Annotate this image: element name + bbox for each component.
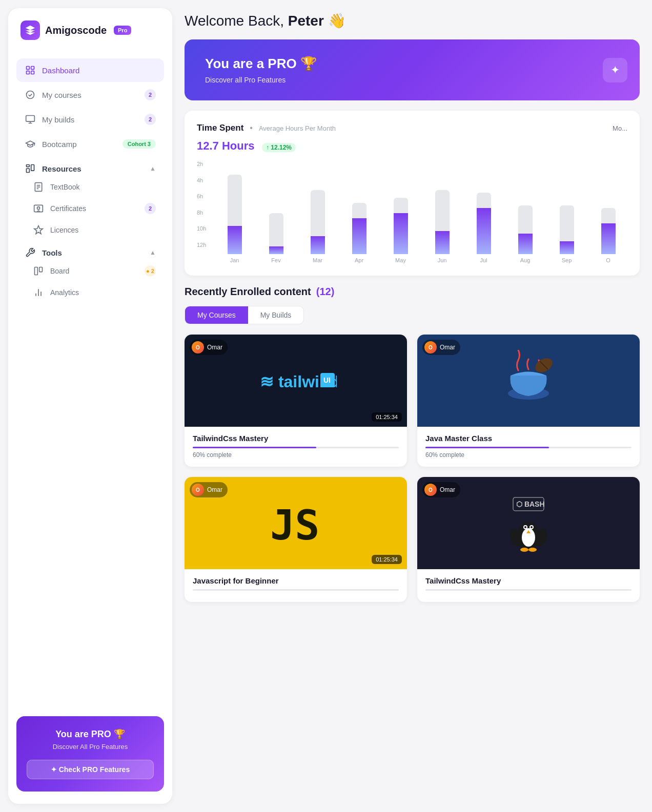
sidebar-item-licences[interactable]: Licences bbox=[25, 219, 164, 241]
tailwind-logo: ≋ tailwind UI bbox=[255, 368, 337, 393]
course-title-js: Javascript for Beginner bbox=[193, 576, 399, 585]
svg-text:UI: UI bbox=[323, 376, 331, 384]
cohort-badge: Cohort 3 bbox=[123, 139, 156, 149]
bar-purple-jul bbox=[477, 208, 491, 254]
pro-card-subtitle: Discover All Pro Features bbox=[27, 743, 154, 751]
check-pro-features-button[interactable]: ✦ Check PRO Features bbox=[27, 760, 154, 779]
sidebar-item-certificates[interactable]: Certificates 2 bbox=[25, 198, 164, 219]
welcome-name: Peter bbox=[288, 13, 324, 29]
svg-rect-5 bbox=[26, 116, 35, 122]
svg-rect-6 bbox=[27, 165, 30, 167]
chart-label-aug: Aug bbox=[520, 257, 531, 263]
course-card-js[interactable]: JS O Omar 01:25:34 Javascript for Beginn… bbox=[185, 477, 407, 602]
logo-container: Amigoscode Pro bbox=[16, 20, 164, 40]
svg-marker-15 bbox=[34, 226, 43, 234]
avatar-name-omar4: Omar bbox=[440, 486, 455, 493]
sidebar-item-textbook[interactable]: TextBook bbox=[25, 176, 164, 198]
chart-bar-jan: Jan bbox=[215, 175, 254, 263]
sidebar: Amigoscode Pro Dashboard My courses 2 My… bbox=[8, 8, 172, 804]
resources-icon bbox=[25, 163, 36, 174]
sidebar-item-my-courses[interactable]: My courses 2 bbox=[16, 83, 164, 107]
progress-bar-js bbox=[193, 589, 399, 591]
pro-banner-subtitle: Discover all Pro Features bbox=[205, 76, 619, 84]
bar-gray-jun bbox=[435, 190, 450, 231]
sidebar-label-dashboard: Dashboard bbox=[42, 66, 79, 75]
sidebar-item-bootcamp[interactable]: Bootcamp Cohort 3 bbox=[16, 132, 164, 156]
tab-my-builds[interactable]: My Builds bbox=[248, 306, 304, 324]
chart-bar-sep: Sep bbox=[547, 205, 586, 263]
avatar-name-omar3: Omar bbox=[207, 486, 222, 493]
welcome-emoji: 👋 bbox=[328, 13, 346, 29]
chart-label-oct: O bbox=[606, 257, 610, 263]
bar-gray-jul bbox=[477, 193, 491, 208]
pro-banner-icon: ✦ bbox=[603, 58, 627, 82]
bar-purple-apr bbox=[352, 218, 366, 254]
avatar-icon-omar3: O bbox=[192, 484, 204, 496]
cert-badge: 2 bbox=[145, 203, 156, 214]
pro-badge: Pro bbox=[114, 26, 131, 35]
svg-point-4 bbox=[27, 91, 34, 99]
course-thumb-bash: ⬡ BASH bbox=[417, 477, 640, 569]
chart-bar-may: May bbox=[381, 198, 420, 263]
progress-text-tailwind: 60% complete bbox=[193, 451, 399, 459]
course-card-tailwind[interactable]: ≋ tailwind UI O Omar 01:25:34 TailwindCs… bbox=[185, 335, 407, 467]
chart-label-jul: Jul bbox=[480, 257, 487, 263]
course-avatar-java: O Omar bbox=[422, 340, 460, 355]
bar-purple-oct bbox=[601, 223, 616, 254]
bar-purple-mar bbox=[311, 236, 325, 254]
chart-bar-jun: Jun bbox=[423, 190, 461, 263]
courses-icon bbox=[25, 89, 36, 100]
welcome-header: Welcome Back, Peter 👋 bbox=[185, 12, 640, 29]
sidebar-label-my-courses: My courses bbox=[42, 91, 82, 99]
java-logo-svg bbox=[493, 350, 564, 411]
bar-purple-fev bbox=[269, 246, 283, 254]
sidebar-item-board[interactable]: Board ● 2 bbox=[25, 260, 164, 282]
avatar-name-omar1: Omar bbox=[207, 344, 222, 351]
enrolled-count: (12) bbox=[316, 286, 335, 298]
sidebar-item-analytics[interactable]: Analytics bbox=[25, 282, 164, 303]
tools-label: Tools bbox=[42, 248, 62, 257]
time-subtitle: Average Hours Per Month bbox=[259, 124, 336, 132]
bar-gray-mar bbox=[311, 190, 325, 236]
time-value-row: 12.7 Hours ↑ 12.12% bbox=[197, 139, 627, 153]
time-spent-title: Time Spent bbox=[197, 123, 243, 133]
course-card-bash[interactable]: ⬡ BASH bbox=[417, 477, 640, 602]
chart-label-apr: Apr bbox=[355, 257, 363, 263]
chart-bar-aug: Aug bbox=[506, 205, 544, 263]
my-courses-badge: 2 bbox=[145, 89, 156, 100]
time-value: 12.7 Hours bbox=[197, 139, 255, 152]
course-card-java[interactable]: O Omar Java Master Class 60% complete bbox=[417, 335, 640, 467]
tools-chevron: ▲ bbox=[150, 249, 156, 256]
course-thumb-java: O Omar bbox=[417, 335, 640, 427]
course-info-java: Java Master Class 60% complete bbox=[417, 427, 640, 467]
cert-icon bbox=[33, 203, 44, 214]
progress-bar-bash bbox=[425, 589, 631, 591]
tab-my-courses[interactable]: My Courses bbox=[185, 306, 248, 324]
chart-y-labels: 12h 10h 8h 6h 4h 2h bbox=[197, 161, 213, 248]
time-dot: • bbox=[250, 123, 253, 133]
sidebar-item-my-builds[interactable]: My builds 2 bbox=[16, 108, 164, 131]
pro-banner-title: You are a PRO 🏆 bbox=[205, 56, 619, 72]
tools-section[interactable]: Tools ▲ bbox=[16, 241, 164, 260]
board-icon bbox=[33, 265, 44, 277]
enrolled-section: Recently Enrolled content (12) My Course… bbox=[185, 286, 640, 602]
svg-point-14 bbox=[37, 207, 40, 210]
chart-label-jun: Jun bbox=[438, 257, 447, 263]
progress-bar-java bbox=[425, 447, 631, 448]
course-avatar-tailwind: O Omar bbox=[190, 340, 228, 355]
time-spent-header: Time Spent • Average Hours Per Month Mo.… bbox=[197, 123, 627, 133]
sidebar-label-my-builds: My builds bbox=[42, 115, 74, 124]
chart-bars-container: Jan Fev Mar bbox=[215, 161, 627, 263]
chart-bar-oct: O bbox=[589, 208, 627, 263]
svg-point-39 bbox=[528, 548, 537, 552]
dashboard-icon bbox=[25, 65, 36, 76]
resources-section[interactable]: Resources ▲ bbox=[16, 157, 164, 176]
enrolled-header: Recently Enrolled content (12) bbox=[185, 286, 640, 298]
svg-rect-8 bbox=[31, 165, 34, 171]
pro-banner: You are a PRO 🏆 Discover all Pro Feature… bbox=[185, 39, 640, 100]
course-title-tailwind: TailwindCss Mastery bbox=[193, 434, 399, 443]
pro-card: You are PRO 🏆 Discover All Pro Features … bbox=[16, 716, 164, 792]
welcome-prefix: Welcome Back, bbox=[185, 13, 288, 29]
time-growth-badge: ↑ 12.12% bbox=[262, 143, 296, 152]
sidebar-item-dashboard[interactable]: Dashboard bbox=[16, 58, 164, 82]
